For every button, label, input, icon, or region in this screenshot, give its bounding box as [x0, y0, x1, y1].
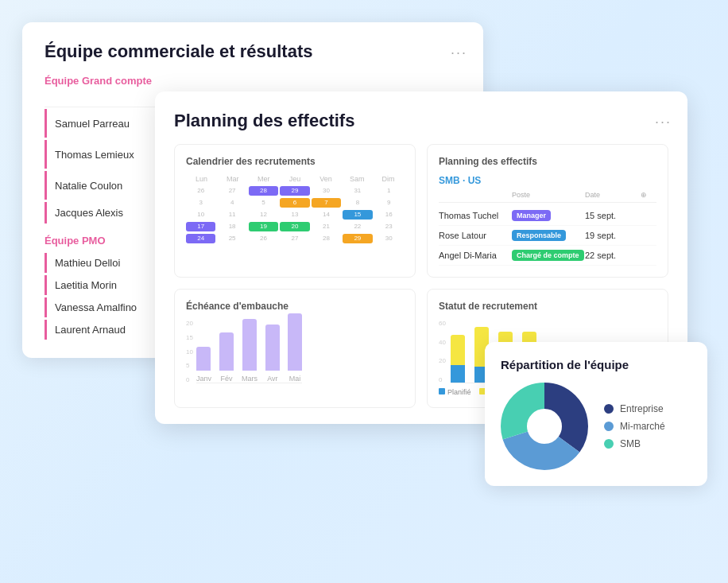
pie-legend: Entreprise Mi-marché SMB [604, 403, 665, 449]
smb-title: SMB · US [439, 175, 656, 186]
echeance-title: Échéance d'embauche [186, 301, 404, 312]
planning-poste: Chargé de compte [512, 250, 584, 261]
legend-label: SMB [620, 438, 641, 449]
planning-row: Thomas Tuchel Manager 15 sept. [439, 206, 656, 226]
cal-row: 26 27 28 29 30 31 1 [186, 186, 404, 196]
cal-row: 17 18 19 20 21 22 23 [186, 222, 404, 231]
planning-row: Rose Latour Responsable 19 sept. [439, 226, 656, 246]
calendar-grid: Lun Mar Mer Jeu Ven Sam Dim 26 27 28 29 … [186, 175, 404, 243]
legend-dot [604, 404, 614, 414]
cal-row: 10 11 12 13 14 15 16 [186, 210, 404, 220]
legend-item: Entreprise [604, 403, 665, 414]
planning-poste: Manager [512, 210, 551, 221]
card-repartition: Répartition de l'équipe Entreprise Mi-ma… [485, 342, 707, 486]
calendrier-card: Calendrier des recrutements Lun Mar Mer … [174, 144, 416, 278]
team1-title: Équipe Grand compte [45, 75, 461, 87]
stacked-group [451, 335, 465, 383]
card2-menu[interactable]: ... [655, 111, 672, 127]
cal-header: Lun Mar Mer Jeu Ven Sam Dim [186, 175, 404, 183]
card2-title: Planning des effectifs [174, 111, 668, 131]
planning-date: 22 sept. [585, 251, 641, 260]
card1-title: Équipe commerciale et résultats [45, 41, 461, 62]
legend-label: Mi-marché [620, 421, 665, 432]
planning-effectifs-title: Planning des effectifs [439, 156, 656, 167]
cal-row: 24 25 26 27 28 29 30 [186, 234, 404, 243]
planning-effectifs-card: Planning des effectifs SMB · US Poste Da… [427, 144, 668, 278]
planning-header: Poste Date ⊕ [439, 191, 656, 203]
legend-label: Entreprise [620, 403, 664, 414]
statut-title: Statut de recrutement [439, 301, 656, 312]
planning-name: Thomas Tuchel [439, 211, 512, 220]
planning-name: Angel Di-Maria [439, 251, 512, 260]
planning-date: 15 sept. [585, 211, 641, 220]
echeance-card: Échéance d'embauche 20 15 10 5 0 Janv [174, 289, 416, 408]
bar-item: Mars [242, 319, 258, 383]
pie-title: Répartition de l'équipe [501, 358, 691, 371]
bar-item: Fév [219, 332, 234, 383]
cal-row: 3 4 5 6 7 8 9 [186, 198, 404, 208]
planning-name: Rose Latour [439, 231, 512, 240]
planning-row: Angel Di-Maria Chargé de compte 22 sept. [439, 246, 656, 266]
pie-chart [501, 383, 588, 470]
bar-item: Mai [288, 313, 302, 383]
card1-menu[interactable]: ... [451, 41, 467, 58]
legend-item: SMB [604, 438, 665, 449]
legend-dot [604, 422, 614, 431]
legend-item: Mi-marché [604, 421, 665, 432]
bar-item: Janv [196, 347, 211, 383]
legend-dot [604, 439, 614, 449]
planning-poste: Responsable [512, 230, 566, 241]
calendrier-title: Calendrier des recrutements [186, 156, 404, 167]
bar-item: Avr [265, 325, 280, 383]
pie-content: Entreprise Mi-marché SMB [501, 383, 691, 470]
echeance-chart: 20 15 10 5 0 Janv Fév [186, 320, 404, 383]
planning-date: 19 sept. [585, 231, 641, 240]
